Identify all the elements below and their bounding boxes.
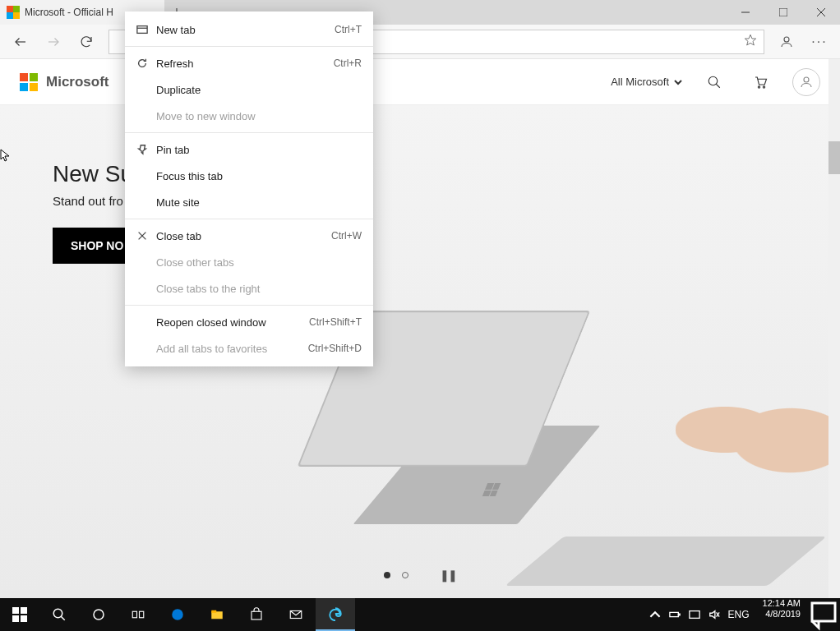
svg-rect-36 <box>812 603 835 621</box>
svg-rect-20 <box>21 615 27 622</box>
microsoft-favicon <box>7 6 20 19</box>
favorite-star-icon[interactable] <box>744 34 757 50</box>
svg-rect-28 <box>211 610 216 613</box>
svg-point-10 <box>758 85 759 87</box>
all-microsoft-menu[interactable]: All Microsoft <box>611 76 682 88</box>
microsoft-logo-text: Microsoft <box>46 74 109 90</box>
taskbar-clock[interactable]: 12:14 AM 4/8/2019 <box>756 598 807 631</box>
pager-dot-2[interactable] <box>402 572 408 578</box>
svg-rect-25 <box>140 611 144 618</box>
ctx-separator <box>125 132 373 133</box>
svg-rect-29 <box>252 611 261 619</box>
volume-muted-icon[interactable] <box>708 609 720 620</box>
svg-rect-24 <box>132 611 136 618</box>
ctx-refresh[interactable]: Refresh Ctrl+R <box>125 50 373 76</box>
ctx-move-to-new-window: Move to new window <box>125 103 373 129</box>
ctx-separator <box>125 305 373 306</box>
svg-point-11 <box>763 85 764 87</box>
ctx-focus-this-tab[interactable]: Focus this tab <box>125 163 373 189</box>
all-microsoft-label: All Microsoft <box>611 76 669 88</box>
network-icon[interactable] <box>689 609 700 620</box>
start-button[interactable] <box>0 598 39 631</box>
profile-button[interactable] <box>771 26 802 58</box>
svg-rect-19 <box>12 615 19 622</box>
tab-context-menu: New tab Ctrl+T Refresh Ctrl+R Duplicate … <box>125 12 373 366</box>
ctx-close-other-tabs: Close other tabs <box>125 249 373 275</box>
file-explorer-icon[interactable] <box>197 598 237 631</box>
ctx-separator <box>125 46 373 47</box>
svg-rect-31 <box>669 612 678 616</box>
ctx-close-tab[interactable]: Close tab Ctrl+W <box>125 223 373 249</box>
svg-point-12 <box>804 77 809 82</box>
svg-rect-33 <box>689 611 699 619</box>
system-tray[interactable]: ENG <box>643 598 756 631</box>
microsoft-logo-icon <box>20 73 38 91</box>
ctx-pin-tab[interactable]: Pin tab <box>125 136 373 163</box>
microsoft-store-icon[interactable] <box>237 598 276 631</box>
clock-time: 12:14 AM <box>763 598 801 609</box>
ctx-mute-site[interactable]: Mute site <box>125 189 373 215</box>
svg-rect-18 <box>21 607 27 614</box>
ctx-separator <box>125 219 373 219</box>
action-center-button[interactable] <box>807 598 840 631</box>
pager-dot-1[interactable] <box>384 572 390 578</box>
mail-icon[interactable] <box>276 598 316 631</box>
clock-date: 4/8/2019 <box>763 609 801 619</box>
svg-rect-13 <box>137 26 147 34</box>
edge-active-icon[interactable] <box>316 598 355 631</box>
minimize-button[interactable] <box>727 0 764 25</box>
settings-menu-button[interactable]: ··· <box>804 26 835 58</box>
svg-line-9 <box>716 84 720 88</box>
account-avatar[interactable] <box>792 68 820 96</box>
back-button[interactable] <box>5 26 36 58</box>
ctx-new-tab[interactable]: New tab Ctrl+T <box>125 16 373 43</box>
svg-point-7 <box>784 37 789 42</box>
vertical-scrollbar[interactable] <box>828 59 840 598</box>
language-indicator[interactable]: ENG <box>728 609 750 620</box>
new-tab-icon <box>136 24 156 35</box>
refresh-icon <box>136 58 156 69</box>
pager-pause-button[interactable]: ❚❚ <box>440 569 456 582</box>
windows-taskbar: ENG 12:14 AM 4/8/2019 <box>0 598 840 631</box>
shop-now-label: SHOP NO <box>71 239 123 252</box>
search-button[interactable] <box>39 598 79 631</box>
svg-marker-6 <box>745 35 755 45</box>
ctx-reopen-closed-window[interactable]: Reopen closed window Ctrl+Shift+T <box>125 309 373 335</box>
battery-icon[interactable] <box>669 609 681 620</box>
cortana-button[interactable] <box>79 598 118 631</box>
search-icon[interactable] <box>700 68 728 96</box>
refresh-button[interactable] <box>71 26 102 58</box>
forward-button[interactable] <box>38 26 69 58</box>
svg-point-8 <box>708 76 718 85</box>
svg-rect-32 <box>678 614 680 615</box>
maximize-button[interactable] <box>764 0 802 25</box>
task-view-button[interactable] <box>118 598 158 631</box>
edge-legacy-icon[interactable] <box>158 598 197 631</box>
mouse-cursor <box>0 149 13 165</box>
chevron-down-icon <box>674 78 682 86</box>
svg-point-26 <box>172 609 183 620</box>
hero-hands-image <box>676 376 840 483</box>
cart-icon[interactable] <box>746 68 774 96</box>
svg-point-23 <box>94 610 104 619</box>
ctx-duplicate[interactable]: Duplicate <box>125 76 373 103</box>
window-controls <box>727 0 840 25</box>
tray-overflow-icon[interactable] <box>649 609 661 620</box>
ctx-close-tabs-right: Close tabs to the right <box>125 275 373 302</box>
pin-icon <box>136 144 156 155</box>
svg-rect-1 <box>779 8 787 16</box>
close-icon <box>136 230 156 242</box>
carousel-pager: ❚❚ <box>384 569 456 582</box>
svg-rect-17 <box>12 607 19 614</box>
svg-point-21 <box>53 609 62 618</box>
close-button[interactable] <box>802 0 840 25</box>
ctx-add-all-tabs-favorites: Add all tabs to favorites Ctrl+Shift+D <box>125 335 373 362</box>
scrollbar-thumb[interactable] <box>828 141 840 174</box>
svg-line-22 <box>61 616 65 620</box>
